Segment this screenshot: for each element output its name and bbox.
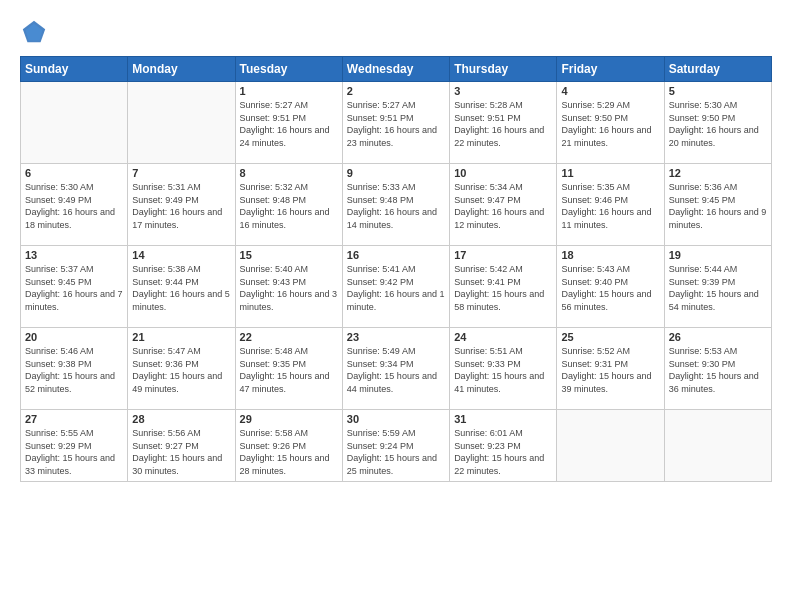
day-info: Sunrise: 5:51 AM Sunset: 9:33 PM Dayligh… (454, 345, 552, 395)
calendar-cell: 15Sunrise: 5:40 AM Sunset: 9:43 PM Dayli… (235, 246, 342, 328)
day-info: Sunrise: 5:41 AM Sunset: 9:42 PM Dayligh… (347, 263, 445, 313)
day-info: Sunrise: 5:59 AM Sunset: 9:24 PM Dayligh… (347, 427, 445, 477)
day-number: 31 (454, 413, 552, 425)
day-info: Sunrise: 5:38 AM Sunset: 9:44 PM Dayligh… (132, 263, 230, 313)
day-number: 20 (25, 331, 123, 343)
calendar-cell: 10Sunrise: 5:34 AM Sunset: 9:47 PM Dayli… (450, 164, 557, 246)
day-number: 2 (347, 85, 445, 97)
week-row-5: 27Sunrise: 5:55 AM Sunset: 9:29 PM Dayli… (21, 410, 772, 482)
day-number: 8 (240, 167, 338, 179)
week-row-4: 20Sunrise: 5:46 AM Sunset: 9:38 PM Dayli… (21, 328, 772, 410)
header (20, 18, 772, 46)
calendar-cell: 30Sunrise: 5:59 AM Sunset: 9:24 PM Dayli… (342, 410, 449, 482)
day-number: 16 (347, 249, 445, 261)
week-row-2: 6Sunrise: 5:30 AM Sunset: 9:49 PM Daylig… (21, 164, 772, 246)
calendar-cell: 21Sunrise: 5:47 AM Sunset: 9:36 PM Dayli… (128, 328, 235, 410)
calendar: SundayMondayTuesdayWednesdayThursdayFrid… (20, 56, 772, 482)
calendar-cell (21, 82, 128, 164)
day-info: Sunrise: 5:55 AM Sunset: 9:29 PM Dayligh… (25, 427, 123, 477)
day-number: 6 (25, 167, 123, 179)
day-header-monday: Monday (128, 57, 235, 82)
calendar-cell (557, 410, 664, 482)
calendar-cell: 24Sunrise: 5:51 AM Sunset: 9:33 PM Dayli… (450, 328, 557, 410)
day-number: 9 (347, 167, 445, 179)
day-number: 15 (240, 249, 338, 261)
calendar-cell: 12Sunrise: 5:36 AM Sunset: 9:45 PM Dayli… (664, 164, 771, 246)
day-number: 3 (454, 85, 552, 97)
day-header-sunday: Sunday (21, 57, 128, 82)
day-number: 19 (669, 249, 767, 261)
calendar-cell: 18Sunrise: 5:43 AM Sunset: 9:40 PM Dayli… (557, 246, 664, 328)
calendar-cell: 22Sunrise: 5:48 AM Sunset: 9:35 PM Dayli… (235, 328, 342, 410)
calendar-cell: 9Sunrise: 5:33 AM Sunset: 9:48 PM Daylig… (342, 164, 449, 246)
day-info: Sunrise: 5:30 AM Sunset: 9:49 PM Dayligh… (25, 181, 123, 231)
day-info: Sunrise: 5:27 AM Sunset: 9:51 PM Dayligh… (347, 99, 445, 149)
day-info: Sunrise: 5:31 AM Sunset: 9:49 PM Dayligh… (132, 181, 230, 231)
day-info: Sunrise: 5:34 AM Sunset: 9:47 PM Dayligh… (454, 181, 552, 231)
day-info: Sunrise: 5:40 AM Sunset: 9:43 PM Dayligh… (240, 263, 338, 313)
day-number: 27 (25, 413, 123, 425)
calendar-cell: 26Sunrise: 5:53 AM Sunset: 9:30 PM Dayli… (664, 328, 771, 410)
day-number: 22 (240, 331, 338, 343)
day-info: Sunrise: 5:35 AM Sunset: 9:46 PM Dayligh… (561, 181, 659, 231)
day-info: Sunrise: 5:36 AM Sunset: 9:45 PM Dayligh… (669, 181, 767, 231)
week-row-3: 13Sunrise: 5:37 AM Sunset: 9:45 PM Dayli… (21, 246, 772, 328)
calendar-cell: 20Sunrise: 5:46 AM Sunset: 9:38 PM Dayli… (21, 328, 128, 410)
day-header-saturday: Saturday (664, 57, 771, 82)
week-row-1: 1Sunrise: 5:27 AM Sunset: 9:51 PM Daylig… (21, 82, 772, 164)
calendar-cell: 1Sunrise: 5:27 AM Sunset: 9:51 PM Daylig… (235, 82, 342, 164)
day-info: Sunrise: 5:44 AM Sunset: 9:39 PM Dayligh… (669, 263, 767, 313)
day-info: Sunrise: 5:28 AM Sunset: 9:51 PM Dayligh… (454, 99, 552, 149)
calendar-cell: 31Sunrise: 6:01 AM Sunset: 9:23 PM Dayli… (450, 410, 557, 482)
day-number: 18 (561, 249, 659, 261)
day-number: 10 (454, 167, 552, 179)
calendar-cell (128, 82, 235, 164)
logo (20, 18, 52, 46)
day-info: Sunrise: 5:32 AM Sunset: 9:48 PM Dayligh… (240, 181, 338, 231)
calendar-cell: 11Sunrise: 5:35 AM Sunset: 9:46 PM Dayli… (557, 164, 664, 246)
day-info: Sunrise: 5:42 AM Sunset: 9:41 PM Dayligh… (454, 263, 552, 313)
day-info: Sunrise: 5:52 AM Sunset: 9:31 PM Dayligh… (561, 345, 659, 395)
calendar-cell: 13Sunrise: 5:37 AM Sunset: 9:45 PM Dayli… (21, 246, 128, 328)
day-number: 4 (561, 85, 659, 97)
day-number: 23 (347, 331, 445, 343)
calendar-cell: 8Sunrise: 5:32 AM Sunset: 9:48 PM Daylig… (235, 164, 342, 246)
day-info: Sunrise: 5:53 AM Sunset: 9:30 PM Dayligh… (669, 345, 767, 395)
day-info: Sunrise: 5:43 AM Sunset: 9:40 PM Dayligh… (561, 263, 659, 313)
day-header-tuesday: Tuesday (235, 57, 342, 82)
day-number: 26 (669, 331, 767, 343)
calendar-cell: 4Sunrise: 5:29 AM Sunset: 9:50 PM Daylig… (557, 82, 664, 164)
day-number: 14 (132, 249, 230, 261)
day-header-friday: Friday (557, 57, 664, 82)
day-info: Sunrise: 5:47 AM Sunset: 9:36 PM Dayligh… (132, 345, 230, 395)
calendar-cell: 2Sunrise: 5:27 AM Sunset: 9:51 PM Daylig… (342, 82, 449, 164)
calendar-cell: 28Sunrise: 5:56 AM Sunset: 9:27 PM Dayli… (128, 410, 235, 482)
day-info: Sunrise: 5:49 AM Sunset: 9:34 PM Dayligh… (347, 345, 445, 395)
day-number: 29 (240, 413, 338, 425)
day-info: Sunrise: 5:30 AM Sunset: 9:50 PM Dayligh… (669, 99, 767, 149)
day-number: 17 (454, 249, 552, 261)
calendar-cell: 19Sunrise: 5:44 AM Sunset: 9:39 PM Dayli… (664, 246, 771, 328)
day-number: 7 (132, 167, 230, 179)
day-number: 30 (347, 413, 445, 425)
calendar-cell: 27Sunrise: 5:55 AM Sunset: 9:29 PM Dayli… (21, 410, 128, 482)
day-number: 1 (240, 85, 338, 97)
calendar-cell: 5Sunrise: 5:30 AM Sunset: 9:50 PM Daylig… (664, 82, 771, 164)
day-info: Sunrise: 5:33 AM Sunset: 9:48 PM Dayligh… (347, 181, 445, 231)
day-info: Sunrise: 5:46 AM Sunset: 9:38 PM Dayligh… (25, 345, 123, 395)
calendar-header-row: SundayMondayTuesdayWednesdayThursdayFrid… (21, 57, 772, 82)
calendar-cell: 14Sunrise: 5:38 AM Sunset: 9:44 PM Dayli… (128, 246, 235, 328)
calendar-cell: 16Sunrise: 5:41 AM Sunset: 9:42 PM Dayli… (342, 246, 449, 328)
day-number: 11 (561, 167, 659, 179)
calendar-cell: 17Sunrise: 5:42 AM Sunset: 9:41 PM Dayli… (450, 246, 557, 328)
day-info: Sunrise: 5:27 AM Sunset: 9:51 PM Dayligh… (240, 99, 338, 149)
day-info: Sunrise: 5:58 AM Sunset: 9:26 PM Dayligh… (240, 427, 338, 477)
calendar-cell: 25Sunrise: 5:52 AM Sunset: 9:31 PM Dayli… (557, 328, 664, 410)
day-info: Sunrise: 5:48 AM Sunset: 9:35 PM Dayligh… (240, 345, 338, 395)
day-number: 5 (669, 85, 767, 97)
calendar-cell: 7Sunrise: 5:31 AM Sunset: 9:49 PM Daylig… (128, 164, 235, 246)
day-info: Sunrise: 5:56 AM Sunset: 9:27 PM Dayligh… (132, 427, 230, 477)
day-number: 28 (132, 413, 230, 425)
day-number: 25 (561, 331, 659, 343)
calendar-cell (664, 410, 771, 482)
